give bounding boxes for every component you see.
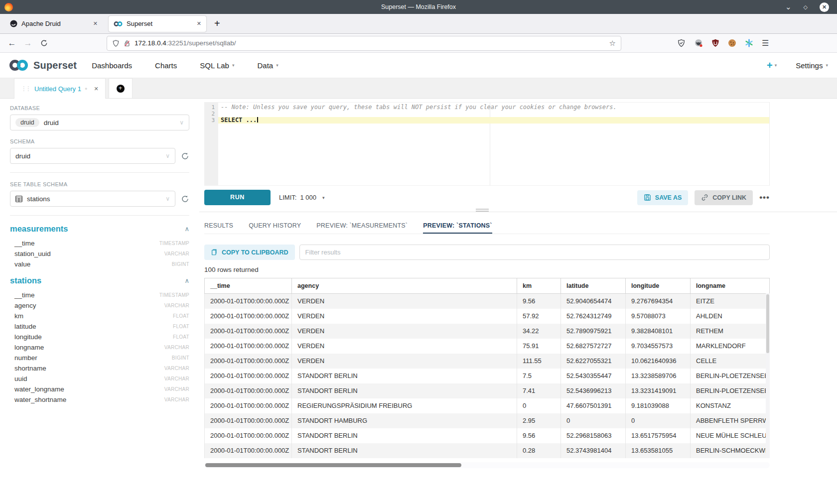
run-button[interactable]: RUN	[204, 190, 271, 205]
chevron-up-icon[interactable]: ∧	[184, 225, 189, 233]
table-name[interactable]: measurements	[10, 224, 68, 234]
ublock-icon[interactable]	[711, 39, 719, 47]
superset-logo	[9, 59, 29, 72]
grid-row[interactable]: 2000-01-01T00:00:00.000ZSTANDORT BERLIN7…	[205, 369, 770, 383]
code-line[interactable]: SELECT ...	[218, 117, 769, 124]
table-name[interactable]: stations	[10, 276, 41, 285]
editor-toolbar: RUN LIMIT: 1 000 ▾ SAVE AS COPY LINK •••	[204, 190, 770, 205]
copy-link-button[interactable]: COPY LINK	[695, 190, 753, 205]
cookie-icon[interactable]	[728, 39, 736, 47]
mask-extension-icon[interactable]	[694, 39, 703, 47]
grid-cell: 75.91	[517, 339, 561, 354]
back-icon[interactable]: ←	[4, 38, 20, 48]
reload-icon[interactable]	[36, 39, 52, 47]
grid-cell: 2000-01-01T00:00:00.000Z	[205, 369, 292, 383]
superset-brand[interactable]: Superset	[9, 59, 77, 72]
grid-header-cell[interactable]: longitude	[626, 278, 691, 294]
grid-cell: 57.92	[517, 309, 561, 324]
table-section-header[interactable]: stations∧	[10, 276, 189, 285]
hamburger-menu-icon[interactable]: ☰	[762, 38, 769, 48]
grid-cell: 2000-01-01T00:00:00.000Z	[205, 324, 292, 339]
grid-horizontal-scrollbar[interactable]	[204, 462, 770, 468]
url-text[interactable]: 172.18.0.4:32251/superset/sqllab/	[135, 39, 236, 47]
browser-tab-druid[interactable]: Apache Druid ✕	[5, 16, 103, 32]
grid-row[interactable]: 2000-01-01T00:00:00.000ZVERDEN9.5652.904…	[205, 294, 770, 309]
settings-menu[interactable]: Settings	[796, 61, 823, 70]
results-tab[interactable]: RESULTS	[204, 218, 233, 234]
table-select[interactable]: stations ∨	[10, 191, 175, 207]
scrollbar-thumb[interactable]	[205, 463, 461, 467]
more-actions-icon[interactable]: •••	[759, 193, 770, 203]
grid-cell: 9.3828408101	[626, 324, 691, 339]
grid-row[interactable]: 2000-01-01T00:00:00.000ZSTANDORT HAMBURG…	[205, 413, 770, 428]
refresh-schema-icon[interactable]	[181, 152, 189, 160]
bookmark-star-icon[interactable]: ☆	[609, 39, 616, 48]
sql-editor[interactable]: 123 -- Note: Unless you save your query,…	[204, 102, 770, 186]
refresh-tables-icon[interactable]	[181, 195, 189, 203]
code-line[interactable]	[218, 111, 769, 117]
chevron-down-icon: ∨	[179, 119, 184, 126]
grid-row[interactable]: 2000-01-01T00:00:00.000ZVERDEN34.2252.78…	[205, 324, 770, 339]
save-as-button[interactable]: SAVE AS	[637, 190, 689, 205]
grid-cell: VERDEN	[292, 294, 517, 309]
filter-results-input[interactable]	[299, 245, 770, 260]
tab-close-icon[interactable]: ✕	[93, 20, 98, 27]
new-query-tab-button[interactable]: +	[109, 78, 133, 98]
grid-row[interactable]: 2000-01-01T00:00:00.000ZVERDEN111.5552.6…	[205, 354, 770, 369]
grid-cell: 47.6607501391	[561, 398, 626, 413]
browser-tab-superset[interactable]: Superset ✕	[109, 16, 206, 32]
grid-row[interactable]: 2000-01-01T00:00:00.000ZSTANDORT BERLIN0…	[205, 443, 770, 458]
url-bar[interactable]: 172.18.0.4:32251/superset/sqllab/ ☆	[107, 36, 621, 51]
caret-down-icon: ▾	[232, 63, 235, 68]
schema-select[interactable]: druid ∨	[10, 148, 175, 164]
editor-lines[interactable]: -- Note: Unless you save your query, the…	[218, 103, 769, 185]
grid-header-cell[interactable]: __time	[205, 278, 292, 294]
table-section-header[interactable]: measurements∧	[10, 224, 189, 234]
results-tab[interactable]: QUERY HISTORY	[249, 218, 301, 234]
splitter-handle-icon[interactable]	[476, 208, 489, 213]
query-tab-close-icon[interactable]: ✕	[94, 86, 98, 92]
query-tab-active[interactable]: ⋮⋮ Untitled Query 1 ● ✕	[14, 78, 106, 99]
nav-item-charts[interactable]: Charts	[155, 61, 177, 70]
results-tab[interactable]: PREVIEW: `STATIONS`	[423, 218, 492, 234]
code-line[interactable]: -- Note: Unless you save your query, the…	[218, 104, 769, 111]
database-select[interactable]: druid druid ∨	[10, 115, 189, 130]
grid-cell: 52.5436996213	[561, 383, 626, 398]
window-close-icon[interactable]: ✕	[820, 2, 829, 12]
drag-grip-icon[interactable]: ⋮⋮	[21, 85, 30, 92]
grid-row[interactable]: 2000-01-01T00:00:00.000ZSTANDORT BERLIN9…	[205, 428, 770, 443]
grid-header-cell[interactable]: agency	[292, 278, 517, 294]
grid-row[interactable]: 2000-01-01T00:00:00.000ZREGIERUNGSPRÄSID…	[205, 398, 770, 413]
insecure-lock-icon[interactable]	[124, 39, 131, 47]
shield-check-icon[interactable]	[677, 39, 686, 47]
results-tab[interactable]: PREVIEW: `MEASUREMENTS`	[316, 218, 408, 234]
grid-header-cell[interactable]: latitude	[561, 278, 626, 294]
new-tab-icon[interactable]: +	[214, 18, 220, 29]
forward-icon[interactable]: →	[20, 38, 36, 48]
shield-permissions-icon[interactable]	[112, 39, 120, 47]
nav-item-data[interactable]: Data▾	[257, 61, 278, 70]
sparkle-extension-icon[interactable]	[745, 39, 753, 47]
grid-header-cell[interactable]: longname	[691, 278, 770, 294]
copy-to-clipboard-button[interactable]: COPY TO CLIPBOARD	[204, 245, 295, 260]
grid-row[interactable]: 2000-01-01T00:00:00.000ZVERDEN57.9252.76…	[205, 309, 770, 324]
tab-close-icon[interactable]: ✕	[197, 20, 201, 27]
new-item-plus-button[interactable]: +	[767, 61, 773, 70]
grid-row[interactable]: 2000-01-01T00:00:00.000ZVERDEN75.9152.68…	[205, 339, 770, 354]
chevron-up-icon[interactable]: ∧	[184, 277, 189, 284]
maximize-icon[interactable]: ◇	[804, 4, 808, 10]
titlebar: Superset — Mozilla Firefox ⌄ ◇ ✕	[0, 0, 837, 14]
grid-cell: BERLIN-PLOETZENSEE UP	[691, 369, 770, 383]
extension-icons: ☰	[677, 38, 769, 48]
grid-vertical-scrollbar[interactable]	[766, 293, 770, 458]
minimize-icon[interactable]: ⌄	[785, 4, 792, 9]
nav-item-sql-lab[interactable]: SQL Lab▾	[200, 61, 234, 70]
limit-control[interactable]: LIMIT: 1 000 ▾	[279, 194, 324, 201]
grid-cell: 111.55	[517, 354, 561, 369]
grid-row[interactable]: 2000-01-01T00:00:00.000ZSTANDORT BERLIN7…	[205, 383, 770, 398]
nav-item-dashboards[interactable]: Dashboards	[92, 61, 132, 70]
caret-down-icon[interactable]: ▾	[775, 63, 777, 68]
grid-header-cell[interactable]: km	[517, 278, 561, 294]
query-tab-title[interactable]: Untitled Query 1	[34, 85, 81, 93]
pane-splitter[interactable]	[199, 212, 837, 212]
